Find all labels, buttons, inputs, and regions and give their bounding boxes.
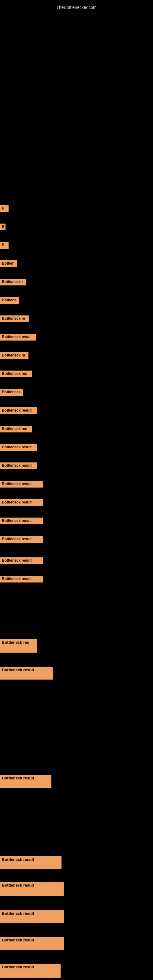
bottleneck-result-label: Bottleneck res <box>0 639 37 652</box>
bottleneck-result-label: Bottleneck result <box>0 910 64 923</box>
site-title: TheBottlenecker.com <box>0 2 153 12</box>
bottleneck-result-label: Bottleneck res <box>0 426 32 433</box>
bottleneck-result-label: Bottleneck result <box>0 536 43 542</box>
bottleneck-result-label: Bottleneck result <box>0 407 37 414</box>
bottleneck-result-label: B <box>0 224 5 230</box>
bottleneck-result-label: Bottleneck result <box>0 964 61 978</box>
bottleneck-result-label: Bottleneck result <box>0 667 53 679</box>
bottleneck-result-label: Bottleneck result <box>0 557 43 564</box>
bottleneck-result-label: Bottleneck result <box>0 775 51 788</box>
bottleneck-result-label: Bottleneck result <box>0 481 43 488</box>
bottleneck-result-label: Bottleneck result <box>0 576 43 582</box>
bottleneck-result-label: Bottleneck result <box>0 444 37 451</box>
bottleneck-result-label: Bottleneck ra <box>0 352 29 359</box>
bottleneck-result-label: Bottleneck result <box>0 499 43 506</box>
bottleneck-result-label: Bottlene <box>0 297 19 304</box>
bottleneck-result-label: Bottleneck result <box>0 856 62 869</box>
bottleneck-result-label: Bottleneck r <box>0 279 26 285</box>
bottleneck-result-label: Bottleneck resul <box>0 334 36 340</box>
bottleneck-result-label: B <box>0 242 9 249</box>
bottleneck-result-label: Bottlen <box>0 260 17 267</box>
bottleneck-result-label: Bottleneck result <box>0 937 64 950</box>
bottleneck-result-label: Bottleneck result <box>0 517 43 524</box>
bottleneck-result-label: Bottleneck res <box>0 371 32 377</box>
bottleneck-result-label: Bottleneck re <box>0 315 29 322</box>
bottleneck-result-label: B <box>0 205 9 212</box>
bottleneck-result-label: Bottleneck result <box>0 463 37 469</box>
bottleneck-result-label: Bottleneck result <box>0 882 64 896</box>
bottleneck-result-label: Bottleneck <box>0 389 23 396</box>
